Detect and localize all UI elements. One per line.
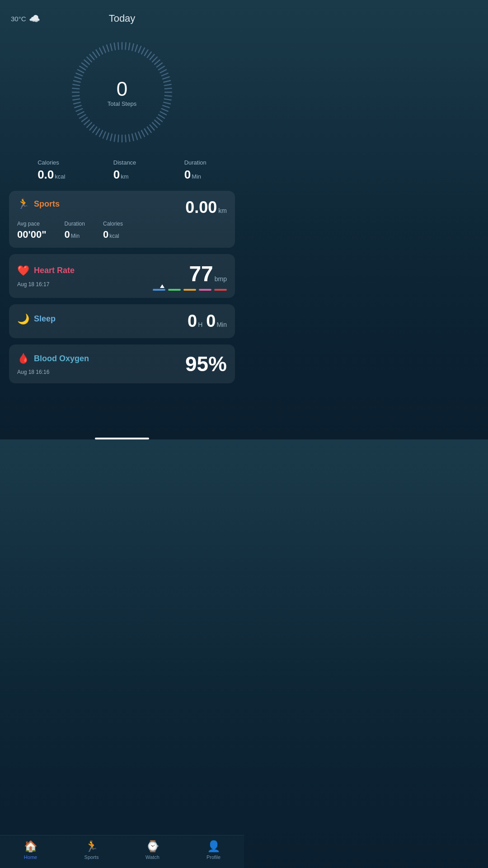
sleep-card[interactable]: 🌙 Sleep 0H 0Min — [9, 304, 235, 338]
calories-stat: Calories 0.0kcal — [38, 159, 65, 182]
bo-timestamp: Aug 18 16:16 — [17, 369, 89, 375]
svg-line-19 — [165, 88, 172, 89]
calories-value: 0.0kcal — [38, 168, 65, 182]
svg-line-38 — [129, 135, 130, 142]
heart-icon: ❤️ — [17, 265, 29, 277]
svg-line-31 — [150, 125, 155, 130]
hr-bar-orange — [183, 289, 196, 291]
bo-card-header: 🩸 Blood Oxygen — [17, 353, 89, 364]
svg-line-45 — [103, 132, 106, 138]
sports-icon: 🏃 — [17, 198, 29, 210]
temp-value: 30°C — [11, 15, 26, 23]
svg-line-2 — [129, 43, 130, 50]
hr-card-content: ❤️ Heart Rate Aug 18 16:17 77bmp — [17, 261, 227, 291]
bo-value: 95% — [185, 352, 227, 376]
svg-line-13 — [159, 66, 164, 70]
cloud-icon: ☁️ — [29, 13, 40, 24]
svg-line-51 — [84, 120, 89, 125]
sports-card-header: 🏃 Sports — [17, 198, 60, 210]
hr-right: 77bmp — [153, 261, 227, 291]
svg-line-66 — [78, 70, 84, 73]
blood-oxygen-icon: 🩸 — [17, 353, 29, 364]
svg-line-1 — [125, 42, 126, 49]
svg-line-34 — [141, 131, 145, 137]
svg-line-42 — [114, 135, 115, 142]
sleep-hours: 0H — [188, 311, 202, 331]
svg-line-3 — [132, 44, 134, 51]
svg-line-14 — [160, 70, 166, 73]
hr-bar-row — [153, 289, 227, 291]
steps-ring-container: // We'll generate ticks via JS after 0 T… — [0, 29, 244, 151]
svg-line-17 — [164, 80, 170, 82]
svg-line-18 — [164, 85, 171, 85]
svg-line-79 — [118, 42, 118, 49]
svg-line-72 — [93, 52, 97, 57]
blood-oxygen-card[interactable]: 🩸 Blood Oxygen Aug 18 16:16 95% — [9, 344, 235, 383]
svg-line-75 — [103, 46, 106, 52]
svg-line-74 — [99, 48, 103, 54]
svg-line-23 — [164, 102, 170, 104]
svg-line-32 — [147, 127, 151, 132]
sports-card[interactable]: 🏃 Sports 0.00km Avg pace 00'00" Duration… — [9, 191, 235, 248]
svg-line-70 — [87, 57, 92, 62]
hr-bar-red — [214, 289, 227, 291]
svg-line-37 — [132, 134, 134, 141]
svg-line-12 — [157, 63, 162, 67]
steps-value: 0 — [108, 78, 136, 100]
svg-line-59 — [72, 95, 79, 96]
svg-line-69 — [84, 60, 89, 65]
bo-left: 🩸 Blood Oxygen Aug 18 16:16 — [17, 353, 89, 375]
sleep-values: 0H 0Min — [188, 311, 227, 331]
duration-label: Duration — [184, 159, 206, 166]
svg-line-54 — [78, 112, 84, 115]
sleep-icon: 🌙 — [17, 313, 29, 325]
page-title: Today — [109, 13, 136, 24]
svg-line-47 — [96, 129, 100, 135]
hr-value: 77bmp — [153, 261, 227, 286]
svg-line-9 — [150, 54, 155, 59]
svg-line-24 — [163, 105, 169, 108]
sports-duration: Duration 0Min — [65, 221, 85, 241]
sports-stats-row: Avg pace 00'00" Duration 0Min Calories 0… — [17, 221, 227, 241]
svg-line-5 — [138, 46, 141, 52]
sports-card-top: 🏃 Sports 0.00km — [17, 198, 227, 217]
distance-stat: Distance 0km — [113, 159, 136, 182]
duration-value: 0Min — [184, 168, 206, 182]
svg-line-68 — [82, 63, 87, 67]
hr-card-title: Heart Rate — [34, 266, 75, 275]
sports-calories: Calories 0kcal — [103, 221, 123, 241]
svg-line-43 — [110, 134, 112, 141]
steps-center: 0 Total Steps — [108, 78, 136, 107]
svg-line-21 — [165, 95, 172, 96]
svg-line-63 — [74, 80, 80, 82]
svg-line-52 — [82, 118, 87, 122]
sleep-card-title: Sleep — [34, 314, 56, 324]
svg-line-73 — [96, 50, 100, 56]
svg-line-26 — [160, 112, 166, 115]
svg-line-62 — [73, 85, 80, 85]
svg-line-10 — [152, 57, 157, 62]
svg-line-4 — [135, 45, 137, 51]
svg-line-33 — [145, 129, 148, 135]
svg-line-27 — [159, 115, 164, 118]
distance-value: 0km — [113, 168, 136, 182]
svg-line-56 — [75, 105, 81, 108]
svg-line-78 — [114, 43, 115, 50]
svg-line-7 — [145, 50, 148, 56]
svg-line-35 — [138, 132, 141, 138]
svg-line-76 — [107, 45, 109, 51]
stats-row: Calories 0.0kcal Distance 0km Duration 0… — [0, 151, 244, 191]
svg-line-8 — [147, 52, 151, 57]
hr-card-header: ❤️ Heart Rate — [17, 265, 75, 277]
sleep-minutes: 0Min — [206, 311, 227, 331]
svg-line-39 — [125, 135, 126, 142]
bo-card-title: Blood Oxygen — [34, 354, 89, 363]
calories-label: Calories — [38, 159, 65, 166]
home-indicator — [95, 438, 149, 439]
sports-card-title: Sports — [34, 199, 60, 209]
svg-line-11 — [155, 60, 160, 65]
steps-ring: // We'll generate ticks via JS after 0 T… — [68, 38, 176, 146]
heart-rate-card[interactable]: ❤️ Heart Rate Aug 18 16:17 77bmp — [9, 254, 235, 298]
svg-line-15 — [162, 73, 168, 76]
svg-line-67 — [80, 66, 85, 70]
